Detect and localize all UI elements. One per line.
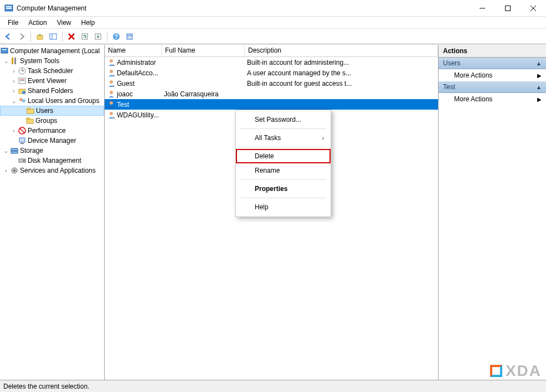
cell-name: DefaultAcco...	[117, 69, 158, 77]
tree-label: Local Users and Groups	[28, 97, 99, 105]
actions-more-users[interactable]: More Actions ▶	[439, 69, 546, 81]
item-label: More Actions	[454, 95, 492, 103]
back-button[interactable]	[2, 30, 14, 43]
list-row-selected[interactable]: Test	[105, 99, 438, 110]
svg-rect-19	[14, 58, 16, 64]
storage-icon	[10, 146, 19, 155]
svg-line-35	[20, 128, 24, 133]
tree-disk-management[interactable]: Disk Management	[0, 156, 104, 166]
ctx-help[interactable]: Help	[236, 200, 331, 214]
cell-name: Test	[117, 101, 129, 109]
maximize-button[interactable]	[495, 0, 521, 16]
svg-rect-4	[506, 6, 511, 11]
section-label: Users	[443, 59, 460, 67]
list-row[interactable]: Administrator Built-in account for admin…	[105, 57, 438, 68]
user-icon	[107, 100, 116, 109]
list-row[interactable]: joaoc João Carrasqueira	[105, 89, 438, 99]
tree-label: Shared Folders	[28, 87, 73, 95]
refresh-button[interactable]	[79, 30, 91, 43]
svg-rect-1	[6, 6, 12, 7]
cell-fullname: João Carrasqueira	[162, 90, 245, 98]
menu-view[interactable]: View	[53, 18, 76, 28]
expand-icon[interactable]: ›	[2, 168, 10, 174]
tree-users[interactable]: Users	[0, 106, 104, 116]
menu-help[interactable]: Help	[77, 18, 100, 28]
svg-rect-2	[6, 8, 12, 9]
ctx-properties[interactable]: Properties	[236, 182, 331, 196]
item-label: More Actions	[454, 71, 492, 79]
user-icon	[107, 58, 116, 67]
context-menu: Set Password... All Tasks› Delete Rename…	[235, 110, 331, 217]
list-row[interactable]: Guest Built-in account for guest access …	[105, 78, 438, 89]
tree-device-manager[interactable]: Device Manager	[0, 136, 104, 146]
clock-icon	[18, 66, 27, 75]
tree-label: Computer Management (Local	[10, 47, 100, 55]
collapse-icon[interactable]: ⌄	[10, 98, 18, 104]
tree-shared-folders[interactable]: › Shared Folders	[0, 86, 104, 96]
tree-label: Device Manager	[28, 137, 76, 145]
ctx-rename[interactable]: Rename	[236, 163, 331, 178]
svg-rect-14	[127, 34, 132, 39]
close-button[interactable]	[521, 0, 546, 16]
tree-groups[interactable]: Groups	[0, 116, 104, 126]
delete-button[interactable]	[65, 30, 78, 43]
expand-icon[interactable]: ›	[10, 128, 18, 134]
expand-icon[interactable]: ›	[10, 78, 18, 84]
show-hide-button[interactable]	[47, 30, 59, 43]
svg-point-44	[110, 59, 113, 63]
tree-performance[interactable]: › Performance	[0, 126, 104, 136]
col-description[interactable]: Description	[245, 45, 438, 56]
toolbar-separator	[107, 32, 107, 42]
svg-rect-33	[27, 118, 29, 120]
actions-section-users[interactable]: Users ▲	[439, 58, 546, 69]
tree-local-users[interactable]: ⌄ Local Users and Groups	[0, 96, 104, 106]
svg-rect-39	[11, 151, 18, 153]
properties-button[interactable]	[123, 30, 136, 43]
event-viewer-icon	[18, 76, 27, 85]
app-icon	[4, 4, 13, 13]
disk-icon	[18, 156, 27, 165]
svg-rect-37	[20, 143, 24, 144]
svg-point-41	[23, 160, 25, 162]
collapse-icon[interactable]: ⌄	[2, 148, 10, 154]
list-header: Name Full Name Description	[105, 45, 438, 57]
col-fullname[interactable]: Full Name	[162, 45, 245, 56]
tree-system-tools[interactable]: ⌄ System Tools	[0, 56, 104, 66]
ctx-set-password[interactable]: Set Password...	[236, 112, 331, 127]
list-body: Administrator Built-in account for admin…	[105, 57, 438, 380]
tree-task-scheduler[interactable]: › Task Scheduler	[0, 66, 104, 76]
cell-description: Built-in account for administering...	[245, 59, 438, 66]
submenu-icon: ▶	[537, 73, 542, 79]
svg-point-49	[110, 112, 113, 115]
svg-point-46	[110, 80, 113, 84]
col-name[interactable]: Name	[105, 45, 162, 56]
collapse-icon[interactable]: ⌄	[2, 58, 10, 64]
ctx-delete[interactable]: Delete	[236, 149, 331, 163]
section-label: Test	[443, 83, 455, 91]
forward-button[interactable]	[16, 30, 28, 43]
tree-services-apps[interactable]: › Services and Applications	[0, 166, 104, 176]
actions-more-test[interactable]: More Actions ▶	[439, 93, 546, 105]
menu-file[interactable]: File	[3, 18, 23, 28]
ctx-all-tasks[interactable]: All Tasks›	[236, 131, 331, 145]
help-button[interactable]: ?	[110, 30, 122, 43]
submenu-icon: ▶	[537, 96, 542, 102]
window-controls	[470, 0, 546, 16]
expand-icon[interactable]: ›	[10, 68, 18, 74]
tree-storage[interactable]: ⌄ Storage	[0, 146, 104, 156]
list-row[interactable]: DefaultAcco... A user account managed by…	[105, 68, 438, 78]
actions-section-test[interactable]: Test ▲	[439, 81, 546, 93]
tree-event-viewer[interactable]: › Event Viewer	[0, 76, 104, 86]
menu-action[interactable]: Action	[24, 18, 51, 28]
export-button[interactable]	[92, 30, 104, 43]
tree-root[interactable]: Computer Management (Local	[0, 46, 104, 56]
titlebar: Computer Management	[0, 0, 546, 17]
up-button[interactable]	[34, 30, 46, 43]
minimize-button[interactable]	[470, 0, 495, 16]
user-icon	[107, 111, 116, 120]
svg-rect-31	[27, 108, 30, 110]
expand-icon[interactable]: ›	[10, 88, 18, 94]
performance-icon	[18, 126, 27, 135]
collapse-icon: ▲	[536, 84, 542, 90]
tree-label: Services and Applications	[20, 167, 96, 174]
